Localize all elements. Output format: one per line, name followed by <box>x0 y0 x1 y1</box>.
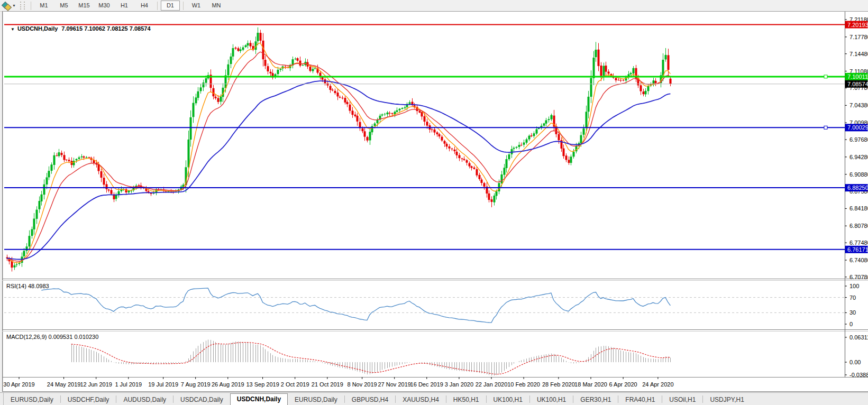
date-tick-label: 7 Aug 2019 <box>181 381 211 388</box>
price-tick-label: 6.74080 <box>849 257 868 263</box>
chart-tab-usdjpy-h1[interactable]: USDJPY,H1 <box>703 394 751 405</box>
rsi-line <box>4 288 845 323</box>
chart-tab-audusd-daily[interactable]: AUDUSD,Daily <box>116 394 173 405</box>
date-tick-label: 8 Nov 2019 <box>347 381 377 388</box>
rsi-tick-label: 70 <box>849 294 856 301</box>
date-axis[interactable]: 30 Apr 201924 May 201912 Jun 20191 Jul 2… <box>3 377 673 388</box>
symbol-period-label: USDCNH,Daily <box>17 25 58 32</box>
support-line-badge-text: 7.10011 <box>847 73 868 80</box>
chart-tab-usdchf-daily[interactable]: USDCHF,Daily <box>61 394 116 405</box>
price-tick-label: 6.94280 <box>849 154 868 160</box>
ohlc-values: 7.09615 7.10062 7.08125 7.08574 <box>61 25 150 32</box>
psych-level-7-badge-text: 7.00029 <box>847 124 868 131</box>
date-tick-label: 26 Aug 2019 <box>212 381 244 388</box>
date-tick-label: 18 Mar 2020 <box>574 381 607 388</box>
current-price-line-badge-text: 7.08574 <box>847 81 868 87</box>
macd-tick-label: -0.038872 <box>849 372 868 378</box>
chart-tab-xauusd-h4[interactable]: XAUUSD,H4 <box>396 394 446 405</box>
rsi-pane-label: RSI(14) 48.0983 <box>6 283 49 289</box>
chart-tab-gbpusd-h4[interactable]: GBPUSD,H4 <box>345 394 395 405</box>
terminal-window: ▼ M1M5M15M30H1H4D1W1MN ▼USDCNH,Daily7.09… <box>0 0 868 405</box>
chart-tab-hk50-h1[interactable]: HK50,H1 <box>446 394 486 405</box>
date-tick-label: 19 Jul 2019 <box>148 381 178 388</box>
price-tick-label: 6.90880 <box>849 171 868 178</box>
chart-tab-bar: EURUSD,DailyUSDCHF,DailyAUDUSD,DailyUSDC… <box>0 392 868 405</box>
candlestick-series[interactable] <box>4 12 845 279</box>
macd-tick-label: 0.00 <box>849 359 861 365</box>
support-688-badge-text: 6.88250 <box>847 185 868 191</box>
date-tick-label: 13 Sep 2019 <box>246 381 279 388</box>
support-676-badge-text: 6.76171 <box>847 246 868 253</box>
price-tick-label: 6.77480 <box>849 240 868 246</box>
date-tick-label: 16 Dec 2019 <box>410 381 443 388</box>
date-tick-label: 10 Feb 2020 <box>507 381 540 388</box>
price-tick-label: 6.80780 <box>849 223 868 229</box>
tabbar-left-edge <box>0 393 4 405</box>
date-tick-label: 30 Apr 2019 <box>3 381 34 388</box>
chart-tab-ger30-h1[interactable]: GER30,H1 <box>573 394 618 405</box>
macd-pane-label: MACD(12,26,9) 0.009531 0.010230 <box>6 334 98 340</box>
chart-plot-area[interactable] <box>4 12 845 279</box>
date-tick-label: 6 Apr 2020 <box>609 381 637 388</box>
chart-tab-usoil-h1[interactable]: USOil,H1 <box>662 394 702 405</box>
macd-signal-line <box>71 343 671 374</box>
chart-legend: ▼USDCNH,Daily7.09615 7.10062 7.08125 7.0… <box>11 25 151 32</box>
date-tick-label: 22 Jan 2020 <box>476 381 508 388</box>
date-tick-label: 12 Jun 2019 <box>80 381 112 388</box>
chart-tab-usdcnh-daily[interactable]: USDCNH,Daily <box>230 393 288 405</box>
chart-tab-eurusd-daily[interactable]: EURUSD,Daily <box>4 394 60 405</box>
chart-tab-eurusd-daily[interactable]: EURUSD,Daily <box>288 394 344 405</box>
psych-level-7-handle[interactable] <box>824 126 827 129</box>
chart-tab-uk100-h1[interactable]: UK100,H1 <box>487 394 529 405</box>
chart-canvas[interactable]: 7.211807.177807.144807.110807.077807.043… <box>0 0 868 392</box>
price-tick-label: 6.70780 <box>849 274 868 280</box>
chart-tab-fra40-h1[interactable]: FRA40,H1 <box>618 394 662 405</box>
price-tick-label: 6.97680 <box>849 136 868 143</box>
date-tick-label: 21 Oct 2019 <box>312 381 343 388</box>
rsi-tick-label: 30 <box>849 309 856 316</box>
date-tick-label: 24 May 2019 <box>47 381 81 388</box>
rsi-tick-label: 0 <box>849 321 853 327</box>
price-axis[interactable]: 7.211807.177807.144807.110807.077807.043… <box>845 16 868 378</box>
support-line-handle[interactable] <box>824 75 827 78</box>
price-tick-label: 7.14480 <box>849 51 868 57</box>
collapse-arrow-icon[interactable]: ▼ <box>11 27 15 32</box>
price-tick-label: 7.17780 <box>849 34 868 40</box>
macd-tick-label: 0.063113 <box>849 334 868 340</box>
date-tick-label: 2 Oct 2019 <box>281 381 309 388</box>
rsi-curve <box>41 288 670 323</box>
date-tick-label: 3 Jan 2020 <box>445 381 473 388</box>
date-tick-label: 28 Feb 2020 <box>542 381 575 388</box>
price-tick-label: 7.04380 <box>849 102 868 108</box>
macd-series <box>71 339 671 375</box>
date-tick-label: 1 Jul 2019 <box>115 381 142 388</box>
chart-tab-uk100-h1[interactable]: UK100,H1 <box>530 394 573 405</box>
resistance-line-badge-text: 7.20193 <box>847 22 868 28</box>
rsi-tick-label: 100 <box>849 283 859 289</box>
price-tick-label: 6.84180 <box>849 205 868 211</box>
date-tick-label: 27 Nov 2019 <box>378 381 411 388</box>
date-tick-label: 24 Apr 2020 <box>642 381 673 388</box>
chart-tab-usdcad-daily[interactable]: USDCAD,Daily <box>173 394 230 405</box>
